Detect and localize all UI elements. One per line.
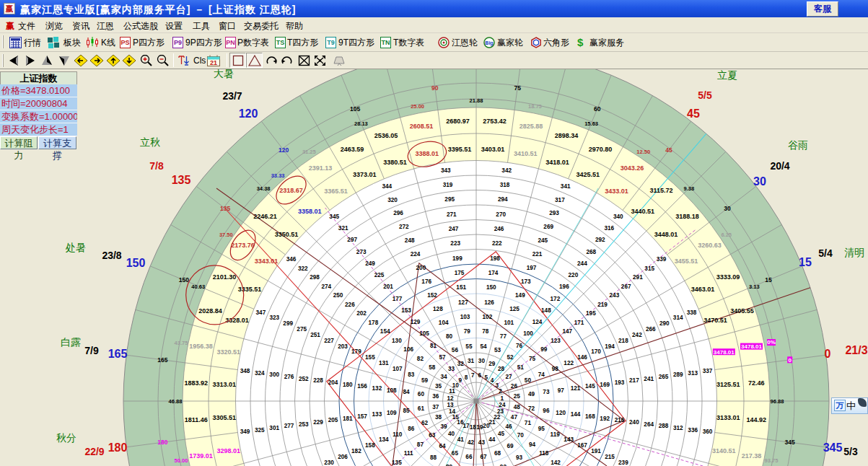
svg-text:15.63: 15.63: [584, 120, 598, 127]
svg-text:3425.51: 3425.51: [577, 171, 600, 178]
svg-text:22: 22: [494, 414, 501, 421]
svg-text:28.13: 28.13: [354, 120, 368, 127]
svg-text:135: 135: [392, 460, 402, 466]
svg-text:253: 253: [299, 421, 309, 428]
svg-text:74: 74: [538, 372, 545, 378]
svg-text:105: 105: [419, 330, 429, 337]
svg-text:谷雨: 谷雨: [788, 139, 808, 151]
svg-text:60: 60: [594, 105, 601, 113]
svg-text:109: 109: [387, 410, 397, 416]
svg-text:52: 52: [507, 354, 514, 361]
svg-text:98: 98: [552, 366, 559, 372]
svg-text:144.92: 144.92: [746, 416, 766, 423]
svg-text:345: 345: [329, 214, 339, 220]
svg-text:3440.51: 3440.51: [631, 208, 655, 215]
svg-text:85: 85: [403, 408, 411, 414]
svg-text:106: 106: [403, 346, 413, 353]
svg-text:135: 135: [172, 174, 191, 186]
svg-text:155: 155: [365, 354, 375, 361]
svg-text:30: 30: [478, 358, 486, 364]
svg-text:96.88: 96.88: [771, 398, 784, 405]
svg-text:65: 65: [452, 450, 459, 457]
svg-text:2608.51: 2608.51: [410, 123, 434, 130]
svg-text:289: 289: [673, 372, 683, 378]
svg-text:202: 202: [356, 310, 367, 317]
svg-text:197: 197: [527, 265, 537, 271]
svg-text:128: 128: [433, 306, 443, 312]
svg-text:176: 176: [421, 278, 431, 285]
svg-text:216: 216: [615, 417, 625, 423]
svg-text:341: 341: [561, 183, 571, 190]
svg-text:70: 70: [517, 432, 525, 439]
svg-text:31.25: 31.25: [302, 149, 316, 155]
svg-text:24: 24: [499, 402, 506, 408]
svg-text:3433.01: 3433.01: [605, 188, 628, 195]
svg-text:270: 270: [496, 211, 506, 218]
svg-text:5/5: 5/5: [698, 89, 712, 101]
svg-text:195: 195: [586, 310, 596, 317]
svg-text:322: 322: [298, 265, 308, 272]
svg-text:97: 97: [558, 387, 565, 394]
svg-text:23: 23: [497, 408, 504, 415]
svg-text:18.75: 18.75: [528, 103, 542, 110]
svg-text:3305.51: 3305.51: [212, 414, 236, 421]
svg-text:33.33: 33.33: [271, 172, 285, 179]
svg-text:125: 125: [509, 306, 520, 312]
svg-text:17: 17: [463, 423, 470, 429]
svg-text:110: 110: [393, 431, 403, 438]
svg-text:21.88: 21.88: [470, 97, 483, 104]
svg-text:312: 312: [673, 425, 683, 431]
svg-text:296: 296: [393, 210, 403, 216]
svg-text:2753.42: 2753.42: [483, 118, 507, 125]
svg-text:181: 181: [343, 416, 353, 422]
svg-text:242: 242: [632, 332, 642, 338]
svg-text:33: 33: [448, 366, 455, 372]
svg-text:168: 168: [585, 413, 595, 420]
svg-text:345: 345: [823, 441, 843, 454]
svg-text:227: 227: [324, 338, 334, 344]
svg-text:148: 148: [541, 307, 551, 314]
svg-text:360: 360: [703, 428, 713, 435]
svg-text:3380.51: 3380.51: [383, 159, 407, 166]
svg-text:82: 82: [417, 356, 424, 362]
svg-text:87: 87: [417, 441, 424, 448]
svg-text:314: 314: [673, 315, 683, 321]
svg-text:8: 8: [465, 374, 468, 381]
svg-text:3448.01: 3448.01: [654, 231, 678, 238]
svg-text:165: 165: [157, 356, 167, 364]
svg-text:73: 73: [543, 389, 550, 395]
svg-text:3470.51: 3470.51: [703, 317, 727, 324]
svg-text:1956.38: 1956.38: [189, 343, 213, 350]
svg-text:194: 194: [605, 343, 615, 350]
svg-text:348: 348: [240, 368, 250, 374]
svg-text:157: 157: [357, 413, 367, 420]
svg-text:11: 11: [449, 388, 455, 395]
svg-text:84: 84: [403, 389, 411, 395]
svg-text:3365.51: 3365.51: [324, 188, 348, 195]
svg-text:3335.51: 3335.51: [238, 286, 262, 293]
svg-text:28: 28: [498, 366, 505, 372]
svg-text:222: 222: [492, 240, 502, 247]
svg-text:3478.01: 3478.01: [741, 343, 762, 350]
svg-text:57: 57: [439, 354, 446, 361]
svg-text:立夏: 立夏: [717, 69, 737, 81]
svg-text:174: 174: [488, 270, 499, 276]
svg-text:秋分: 秋分: [56, 432, 76, 444]
svg-text:252: 252: [299, 376, 309, 382]
svg-text:298: 298: [310, 274, 320, 281]
svg-text:200: 200: [416, 265, 426, 271]
svg-text:340: 340: [613, 214, 623, 220]
svg-text:0%: 0%: [767, 339, 776, 346]
svg-text:27: 27: [505, 374, 512, 380]
svg-text:59: 59: [421, 377, 429, 384]
svg-text:79: 79: [464, 328, 471, 335]
svg-text:18: 18: [470, 424, 477, 431]
svg-text:179: 179: [351, 348, 361, 355]
svg-text:2970.80: 2970.80: [589, 146, 613, 153]
svg-text:151: 151: [456, 284, 466, 291]
svg-text:43.75: 43.75: [175, 340, 188, 346]
svg-text:172: 172: [551, 296, 561, 302]
svg-text:72: 72: [528, 405, 535, 412]
svg-text:198: 198: [490, 255, 500, 262]
svg-text:2246.21: 2246.21: [253, 213, 277, 220]
